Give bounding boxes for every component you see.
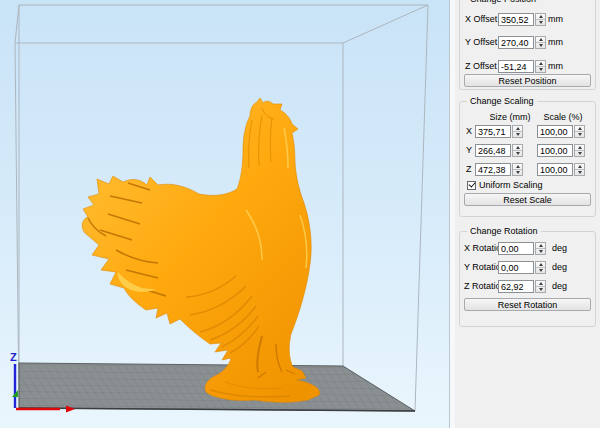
- scale-y-axis-label: Y: [466, 145, 472, 156]
- y-offset-input[interactable]: [498, 36, 534, 49]
- change-rotation-title: Change Rotation: [467, 226, 541, 236]
- size-x-input[interactable]: [475, 125, 511, 138]
- y-rotation-unit: deg: [552, 262, 567, 273]
- x-rotation-stepper[interactable]: [535, 242, 546, 255]
- z-rotation-unit: deg: [552, 281, 567, 292]
- z-axis-label: Z: [10, 351, 17, 363]
- z-offset-label: Z Offset: [465, 61, 497, 72]
- spin-down-icon[interactable]: [536, 268, 545, 273]
- size-y-stepper[interactable]: [512, 144, 523, 157]
- uniform-scaling-label: Uniform Scaling: [479, 180, 543, 191]
- scale-y-input[interactable]: [537, 144, 573, 157]
- spin-down-icon[interactable]: [513, 170, 522, 175]
- spin-down-icon[interactable]: [575, 132, 584, 137]
- scale-y-stepper[interactable]: [574, 144, 585, 157]
- rooster-model[interactable]: [82, 98, 319, 402]
- scale-x-input[interactable]: [537, 125, 573, 138]
- reset-scale-button[interactable]: Reset Scale: [464, 193, 591, 206]
- scale-z-stepper[interactable]: [574, 163, 585, 176]
- spin-down-icon[interactable]: [575, 151, 584, 156]
- x-offset-unit: mm: [548, 14, 563, 25]
- y-rotation-stepper[interactable]: [535, 261, 546, 274]
- uniform-scaling-checkbox[interactable]: [467, 181, 476, 190]
- scale-z-axis-label: Z: [466, 164, 472, 175]
- size-y-input[interactable]: [475, 144, 511, 157]
- x-rotation-unit: deg: [552, 243, 567, 254]
- spin-down-icon[interactable]: [513, 132, 522, 137]
- size-z-input[interactable]: [475, 163, 511, 176]
- size-x-stepper[interactable]: [512, 125, 523, 138]
- scale-x-axis-label: X: [466, 126, 472, 137]
- spin-down-icon[interactable]: [536, 287, 545, 292]
- size-column-header: Size (mm): [488, 112, 532, 123]
- spin-down-icon[interactable]: [536, 249, 545, 254]
- z-offset-stepper[interactable]: [535, 60, 546, 73]
- spin-down-icon[interactable]: [513, 151, 522, 156]
- size-z-stepper[interactable]: [512, 163, 523, 176]
- x-offset-stepper[interactable]: [535, 13, 546, 26]
- y-rotation-input[interactable]: [498, 261, 534, 274]
- x-rotation-input[interactable]: [498, 242, 534, 255]
- scale-x-stepper[interactable]: [574, 125, 585, 138]
- z-offset-input[interactable]: [498, 60, 534, 73]
- scale-column-header: Scale (%): [543, 112, 583, 123]
- y-offset-stepper[interactable]: [535, 36, 546, 49]
- z-rotation-stepper[interactable]: [535, 280, 546, 293]
- z-rotation-input[interactable]: [498, 280, 534, 293]
- reset-position-button[interactable]: Reset Position: [464, 74, 591, 87]
- spin-down-icon[interactable]: [536, 43, 545, 48]
- scale-z-input[interactable]: [537, 163, 573, 176]
- change-position-title: Change Position: [467, 0, 539, 4]
- y-offset-label: Y Offset: [465, 37, 497, 48]
- build-scene: Z: [0, 0, 449, 428]
- x-offset-input[interactable]: [498, 13, 534, 26]
- reset-rotation-button[interactable]: Reset Rotation: [464, 298, 591, 311]
- check-icon: [469, 180, 476, 187]
- spin-down-icon[interactable]: [536, 20, 545, 25]
- spin-down-icon[interactable]: [575, 170, 584, 175]
- model-settings-panel: Change Position X Offset mm Y Offset mm …: [455, 0, 600, 428]
- spin-down-icon[interactable]: [536, 67, 545, 72]
- y-offset-unit: mm: [548, 37, 563, 48]
- x-offset-label: X Offset: [465, 14, 497, 25]
- 3d-viewport[interactable]: Z: [0, 0, 449, 428]
- z-offset-unit: mm: [548, 61, 563, 72]
- change-scaling-title: Change Scaling: [467, 96, 537, 106]
